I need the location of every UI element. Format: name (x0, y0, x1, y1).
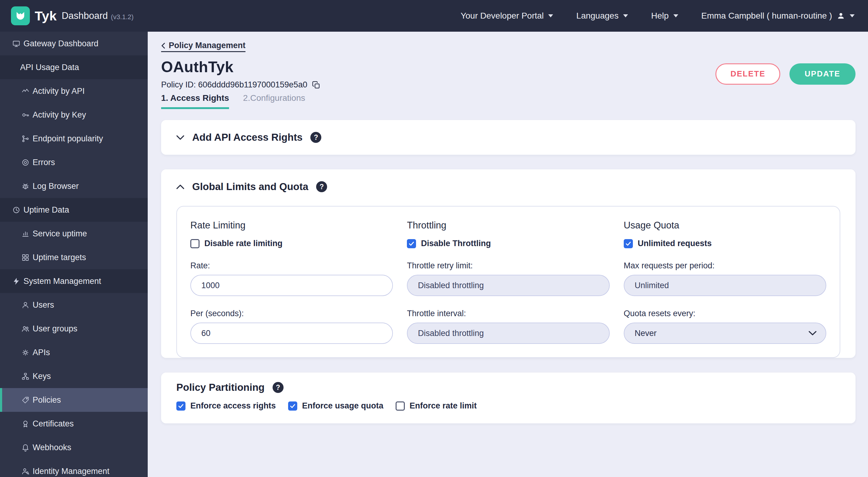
sidebar-item-users[interactable]: Users (0, 293, 148, 317)
card-title: Policy Partitioning (176, 382, 265, 393)
help-icon[interactable]: ? (316, 181, 327, 192)
sidebar-item-label: Activity by Key (33, 110, 86, 120)
policy-id-row: Policy ID: 606dddd96b1197000159e5a0 (161, 80, 321, 90)
chevron-down-icon (673, 14, 678, 18)
global-limits-panel: Rate Limiting Disable rate limiting Rate… (176, 206, 840, 358)
sidebar-item-webhooks[interactable]: Webhooks (0, 436, 148, 459)
menu-user-account[interactable]: Emma Campbell ( human-routine ) (702, 11, 855, 21)
sidebar-item-label: User groups (33, 324, 78, 333)
sidebar-section-uptime-data: Uptime Data (0, 198, 148, 222)
sidebar-item-user-groups[interactable]: User groups (0, 317, 148, 340)
disable-throttling-checkbox[interactable] (407, 239, 416, 248)
menu-label: Emma Campbell ( human-routine ) (702, 11, 832, 21)
global-limits-card: Global Limits and Quota ? Rate Limiting … (161, 169, 856, 358)
user-icon (21, 301, 30, 309)
help-icon[interactable]: ? (273, 382, 283, 393)
field-label: Throttle interval: (407, 309, 610, 318)
check-icon (178, 403, 184, 409)
tabs: 1. Access Rights 2.Configurations (161, 93, 856, 109)
page-title: OAuthTyk (161, 58, 321, 76)
bolt-icon (12, 277, 21, 286)
policy-id: Policy ID: 606dddd96b1197000159e5a0 (161, 80, 307, 90)
monitor-icon (12, 39, 21, 48)
chevron-down-icon (850, 14, 855, 18)
sidebar-item-label: Users (33, 300, 54, 310)
tab-configurations[interactable]: 2.Configurations (243, 93, 305, 109)
tab-access-rights[interactable]: 1. Access Rights (161, 93, 229, 109)
disable-throttling-checkbox-row[interactable]: Disable Throttling (407, 239, 610, 248)
menu-label: Help (651, 11, 669, 21)
usage-quota-column: Usage Quota Unlimited requests Max reque… (624, 220, 826, 344)
menu-developer-portal[interactable]: Your Developer Portal (461, 11, 553, 21)
sidebar-item-label: Uptime targets (33, 253, 86, 262)
unlimited-requests-checkbox[interactable] (624, 239, 633, 248)
enforce-access-rights-checkbox-row[interactable]: Enforce access rights (176, 401, 276, 411)
sidebar-item-label: Errors (33, 158, 55, 167)
enforce-access-rights-checkbox[interactable] (176, 401, 185, 411)
menu-languages[interactable]: Languages (576, 11, 628, 21)
sidebar-item-label: Identity Management (33, 467, 109, 476)
add-api-access-rights-card: Add API Access Rights ? (161, 120, 856, 155)
brand[interactable]: Tyk Dashboard (v3.1.2) (11, 6, 134, 25)
throttle-interval-input (407, 323, 610, 344)
sidebar-item-apis[interactable]: APIs (0, 340, 148, 364)
sidebar-section-label: API Usage Data (20, 63, 79, 72)
delete-button[interactable]: DELETE (715, 63, 780, 85)
field-label: Per (seconds): (190, 309, 393, 318)
sidebar-item-endpoint-popularity[interactable]: Endpoint popularity (0, 127, 148, 150)
network-icon (21, 372, 30, 381)
checkbox-label: Unlimited requests (638, 239, 712, 248)
sidebar-item-keys[interactable]: Keys (0, 364, 148, 388)
check-icon (408, 241, 414, 247)
throttle-retry-limit-input (407, 275, 610, 296)
checkbox-label: Enforce rate limit (410, 401, 477, 411)
bug-icon (21, 182, 30, 190)
action-buttons: DELETE UPDATE (715, 63, 856, 85)
quota-resets-select[interactable]: Never (624, 323, 826, 344)
add-api-access-rights-toggle[interactable]: Add API Access Rights ? (161, 120, 856, 155)
sidebar-item-service-uptime[interactable]: Service uptime (0, 222, 148, 245)
copy-icon[interactable] (312, 81, 321, 90)
field-label: Max requests per period: (624, 261, 826, 270)
sidebar-item-identity-management[interactable]: Identity Management (0, 459, 148, 477)
menu-help[interactable]: Help (651, 11, 678, 21)
enforce-usage-quota-checkbox[interactable] (288, 401, 297, 411)
disable-rate-limiting-checkbox-row[interactable]: Disable rate limiting (190, 239, 393, 248)
enforce-usage-quota-checkbox-row[interactable]: Enforce usage quota (288, 401, 383, 411)
target-icon (21, 158, 30, 167)
sidebar-item-label: Webhooks (33, 443, 71, 452)
unlimited-requests-checkbox-row[interactable]: Unlimited requests (624, 239, 826, 248)
sidebar-item-certificates[interactable]: Certificates (0, 412, 148, 436)
max-requests-input (624, 275, 826, 296)
sidebar-item-label: Activity by API (33, 87, 85, 96)
throttling-column: Throttling Disable Throttling Throttle r… (407, 220, 610, 344)
sidebar-item-uptime-targets[interactable]: Uptime targets (0, 245, 148, 269)
bars-icon (21, 230, 30, 238)
sidebar-item-gateway-dashboard[interactable]: Gateway Dashboard (0, 32, 148, 55)
policy-partitioning-header: Policy Partitioning ? (161, 372, 856, 393)
sidebar-item-policies[interactable]: Policies (0, 388, 148, 412)
update-button[interactable]: UPDATE (789, 63, 856, 85)
sidebar-section-label: Uptime Data (24, 205, 69, 215)
sidebar-item-label: APIs (33, 348, 50, 357)
global-limits-toggle[interactable]: Global Limits and Quota ? (161, 169, 856, 204)
sidebar-item-label: Gateway Dashboard (24, 39, 98, 49)
help-icon[interactable]: ? (310, 132, 321, 143)
column-heading: Throttling (407, 220, 610, 231)
enforce-rate-limit-checkbox-row[interactable]: Enforce rate limit (396, 401, 477, 411)
grid-icon (21, 254, 30, 262)
per-seconds-input[interactable] (190, 323, 393, 344)
rate-input[interactable] (190, 275, 393, 296)
sidebar-item-log-browser[interactable]: Log Browser (0, 174, 148, 198)
disable-rate-limiting-checkbox[interactable] (190, 239, 199, 248)
menu-label: Your Developer Portal (461, 11, 544, 21)
breadcrumb-label: Policy Management (169, 41, 246, 50)
sidebar-item-activity-by-api[interactable]: Activity by API (0, 79, 148, 103)
sidebar-item-errors[interactable]: Errors (0, 150, 148, 174)
sidebar-item-activity-by-key[interactable]: Activity by Key (0, 103, 148, 127)
sidebar-section-api-usage-data: API Usage Data (0, 55, 148, 79)
enforce-rate-limit-checkbox[interactable] (396, 401, 405, 411)
page-header: OAuthTyk Policy ID: 606dddd96b1197000159… (161, 58, 856, 90)
breadcrumb[interactable]: Policy Management (161, 41, 246, 52)
brand-name: Tyk (35, 8, 57, 24)
